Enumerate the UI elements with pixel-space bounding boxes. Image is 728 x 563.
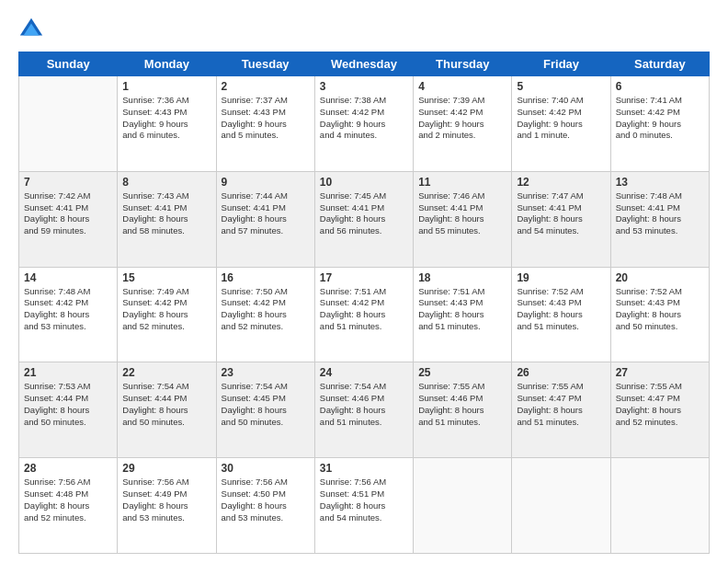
calendar-cell: 21Sunrise: 7:53 AM Sunset: 4:44 PM Dayli… (19, 362, 118, 458)
day-info: Sunrise: 7:51 AM Sunset: 4:43 PM Dayligh… (418, 286, 506, 333)
day-number: 23 (222, 366, 310, 379)
day-number: 7 (24, 176, 112, 189)
day-number: 27 (616, 366, 704, 379)
logo-icon (18, 17, 44, 42)
day-number: 10 (320, 176, 408, 189)
calendar-day-header: Wednesday (314, 52, 413, 76)
calendar-cell: 31Sunrise: 7:56 AM Sunset: 4:51 PM Dayli… (314, 458, 413, 554)
calendar-day-header: Saturday (610, 52, 709, 76)
day-info: Sunrise: 7:37 AM Sunset: 4:43 PM Dayligh… (222, 95, 310, 142)
calendar-cell: 20Sunrise: 7:52 AM Sunset: 4:43 PM Dayli… (610, 267, 709, 362)
day-number: 30 (222, 462, 310, 475)
day-info: Sunrise: 7:48 AM Sunset: 4:42 PM Dayligh… (24, 286, 112, 333)
day-number: 3 (320, 80, 408, 93)
day-info: Sunrise: 7:54 AM Sunset: 4:46 PM Dayligh… (320, 381, 408, 428)
calendar-week-row: 28Sunrise: 7:56 AM Sunset: 4:48 PM Dayli… (19, 458, 710, 554)
calendar-cell: 16Sunrise: 7:50 AM Sunset: 4:42 PM Dayli… (216, 267, 314, 362)
calendar-cell: 24Sunrise: 7:54 AM Sunset: 4:46 PM Dayli… (314, 362, 413, 458)
day-info: Sunrise: 7:55 AM Sunset: 4:47 PM Dayligh… (517, 381, 605, 428)
day-info: Sunrise: 7:38 AM Sunset: 4:42 PM Dayligh… (320, 95, 408, 142)
calendar-cell: 5Sunrise: 7:40 AM Sunset: 4:42 PM Daylig… (512, 76, 610, 172)
day-number: 14 (24, 271, 112, 284)
day-number: 15 (122, 271, 210, 284)
calendar-cell: 3Sunrise: 7:38 AM Sunset: 4:42 PM Daylig… (314, 76, 413, 172)
calendar-cell: 7Sunrise: 7:42 AM Sunset: 4:41 PM Daylig… (19, 171, 118, 267)
calendar-cell: 14Sunrise: 7:48 AM Sunset: 4:42 PM Dayli… (19, 267, 118, 362)
page: SundayMondayTuesdayWednesdayThursdayFrid… (0, 0, 728, 563)
day-info: Sunrise: 7:56 AM Sunset: 4:50 PM Dayligh… (222, 477, 310, 523)
day-number: 26 (517, 366, 605, 379)
calendar-cell (414, 458, 512, 554)
logo (18, 17, 48, 42)
day-info: Sunrise: 7:45 AM Sunset: 4:41 PM Dayligh… (320, 190, 408, 237)
day-info: Sunrise: 7:56 AM Sunset: 4:48 PM Dayligh… (24, 477, 112, 523)
day-info: Sunrise: 7:56 AM Sunset: 4:49 PM Dayligh… (122, 477, 210, 523)
calendar-cell: 4Sunrise: 7:39 AM Sunset: 4:42 PM Daylig… (414, 76, 512, 172)
day-number: 1 (122, 80, 210, 93)
day-number: 16 (222, 271, 310, 284)
header (18, 17, 710, 42)
day-number: 29 (122, 462, 210, 475)
calendar-week-row: 14Sunrise: 7:48 AM Sunset: 4:42 PM Dayli… (19, 267, 710, 362)
day-info: Sunrise: 7:52 AM Sunset: 4:43 PM Dayligh… (517, 286, 605, 333)
day-info: Sunrise: 7:53 AM Sunset: 4:44 PM Dayligh… (24, 381, 112, 428)
calendar-week-row: 1Sunrise: 7:36 AM Sunset: 4:43 PM Daylig… (19, 76, 710, 172)
day-number: 18 (418, 271, 506, 284)
calendar-day-header: Monday (118, 52, 216, 76)
day-info: Sunrise: 7:44 AM Sunset: 4:41 PM Dayligh… (222, 190, 310, 237)
day-number: 21 (24, 366, 112, 379)
day-number: 28 (24, 462, 112, 475)
day-info: Sunrise: 7:42 AM Sunset: 4:41 PM Dayligh… (24, 190, 112, 237)
day-number: 12 (517, 176, 605, 189)
calendar-cell: 23Sunrise: 7:54 AM Sunset: 4:45 PM Dayli… (216, 362, 314, 458)
day-number: 9 (222, 176, 310, 189)
day-info: Sunrise: 7:39 AM Sunset: 4:42 PM Dayligh… (418, 95, 506, 142)
calendar-cell: 18Sunrise: 7:51 AM Sunset: 4:43 PM Dayli… (414, 267, 512, 362)
day-info: Sunrise: 7:48 AM Sunset: 4:41 PM Dayligh… (616, 190, 704, 237)
day-number: 4 (418, 80, 506, 93)
calendar-day-header: Thursday (414, 52, 512, 76)
calendar-week-row: 21Sunrise: 7:53 AM Sunset: 4:44 PM Dayli… (19, 362, 710, 458)
day-number: 17 (320, 271, 408, 284)
day-info: Sunrise: 7:54 AM Sunset: 4:44 PM Dayligh… (122, 381, 210, 428)
day-info: Sunrise: 7:43 AM Sunset: 4:41 PM Dayligh… (122, 190, 210, 237)
day-info: Sunrise: 7:40 AM Sunset: 4:42 PM Dayligh… (517, 95, 605, 142)
day-number: 19 (517, 271, 605, 284)
day-info: Sunrise: 7:47 AM Sunset: 4:41 PM Dayligh… (517, 190, 605, 237)
calendar-cell: 26Sunrise: 7:55 AM Sunset: 4:47 PM Dayli… (512, 362, 610, 458)
day-number: 6 (616, 80, 704, 93)
day-info: Sunrise: 7:55 AM Sunset: 4:46 PM Dayligh… (418, 381, 506, 428)
calendar-cell: 22Sunrise: 7:54 AM Sunset: 4:44 PM Dayli… (118, 362, 216, 458)
day-info: Sunrise: 7:46 AM Sunset: 4:41 PM Dayligh… (418, 190, 506, 237)
day-number: 22 (122, 366, 210, 379)
calendar-day-header: Sunday (19, 52, 118, 76)
day-number: 13 (616, 176, 704, 189)
day-number: 20 (616, 271, 704, 284)
calendar-header-row: SundayMondayTuesdayWednesdayThursdayFrid… (19, 52, 710, 76)
calendar-week-row: 7Sunrise: 7:42 AM Sunset: 4:41 PM Daylig… (19, 171, 710, 267)
day-info: Sunrise: 7:50 AM Sunset: 4:42 PM Dayligh… (222, 286, 310, 333)
day-number: 24 (320, 366, 408, 379)
day-number: 31 (320, 462, 408, 475)
calendar-cell (512, 458, 610, 554)
day-info: Sunrise: 7:36 AM Sunset: 4:43 PM Dayligh… (122, 95, 210, 142)
calendar-cell: 17Sunrise: 7:51 AM Sunset: 4:42 PM Dayli… (314, 267, 413, 362)
day-number: 2 (222, 80, 310, 93)
day-number: 25 (418, 366, 506, 379)
calendar-cell: 11Sunrise: 7:46 AM Sunset: 4:41 PM Dayli… (414, 171, 512, 267)
calendar-day-header: Tuesday (216, 52, 314, 76)
calendar-cell: 30Sunrise: 7:56 AM Sunset: 4:50 PM Dayli… (216, 458, 314, 554)
day-info: Sunrise: 7:56 AM Sunset: 4:51 PM Dayligh… (320, 477, 408, 523)
calendar-cell: 6Sunrise: 7:41 AM Sunset: 4:42 PM Daylig… (610, 76, 709, 172)
calendar-day-header: Friday (512, 52, 610, 76)
calendar-cell: 13Sunrise: 7:48 AM Sunset: 4:41 PM Dayli… (610, 171, 709, 267)
day-info: Sunrise: 7:51 AM Sunset: 4:42 PM Dayligh… (320, 286, 408, 333)
calendar-cell: 15Sunrise: 7:49 AM Sunset: 4:42 PM Dayli… (118, 267, 216, 362)
calendar-cell: 29Sunrise: 7:56 AM Sunset: 4:49 PM Dayli… (118, 458, 216, 554)
calendar-cell: 8Sunrise: 7:43 AM Sunset: 4:41 PM Daylig… (118, 171, 216, 267)
calendar-cell: 27Sunrise: 7:55 AM Sunset: 4:47 PM Dayli… (610, 362, 709, 458)
calendar-cell: 25Sunrise: 7:55 AM Sunset: 4:46 PM Dayli… (414, 362, 512, 458)
calendar-cell: 19Sunrise: 7:52 AM Sunset: 4:43 PM Dayli… (512, 267, 610, 362)
day-number: 8 (122, 176, 210, 189)
day-info: Sunrise: 7:49 AM Sunset: 4:42 PM Dayligh… (122, 286, 210, 333)
